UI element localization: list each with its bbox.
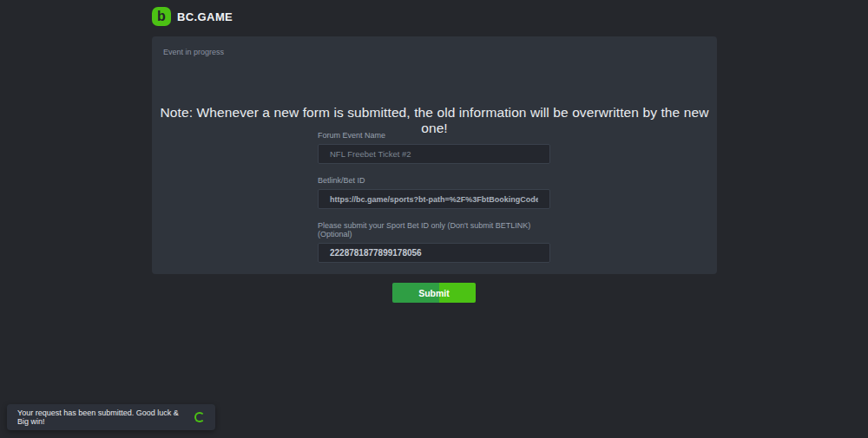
event-form-card: Event in progress Note: Whenever a new f…	[152, 36, 717, 274]
toast-message: Your request has been submitted. Good lu…	[17, 409, 187, 426]
success-toast: Your request has been submitted. Good lu…	[7, 404, 215, 430]
bcgame-logo-icon: b	[152, 7, 171, 26]
forum-event-name-input[interactable]	[318, 144, 550, 164]
sport-bet-id-input[interactable]	[318, 243, 550, 263]
brand[interactable]: b BC.GAME	[152, 7, 233, 26]
spinner-icon	[194, 412, 205, 422]
forum-event-name-label: Forum Event Name	[318, 131, 550, 140]
betlink-bet-id-label: Betlink/Bet ID	[318, 176, 550, 185]
brand-name: BC.GAME	[177, 10, 233, 23]
betlink-bet-id-input[interactable]	[318, 189, 550, 209]
sport-bet-id-label: Please submit your Sport Bet ID only (Do…	[318, 221, 550, 239]
event-status-label: Event in progress	[163, 48, 224, 56]
event-form: Forum Event Name Betlink/Bet ID Please s…	[318, 131, 550, 303]
submit-button[interactable]: Submit	[392, 283, 476, 303]
top-header: b BC.GAME	[0, 0, 868, 35]
